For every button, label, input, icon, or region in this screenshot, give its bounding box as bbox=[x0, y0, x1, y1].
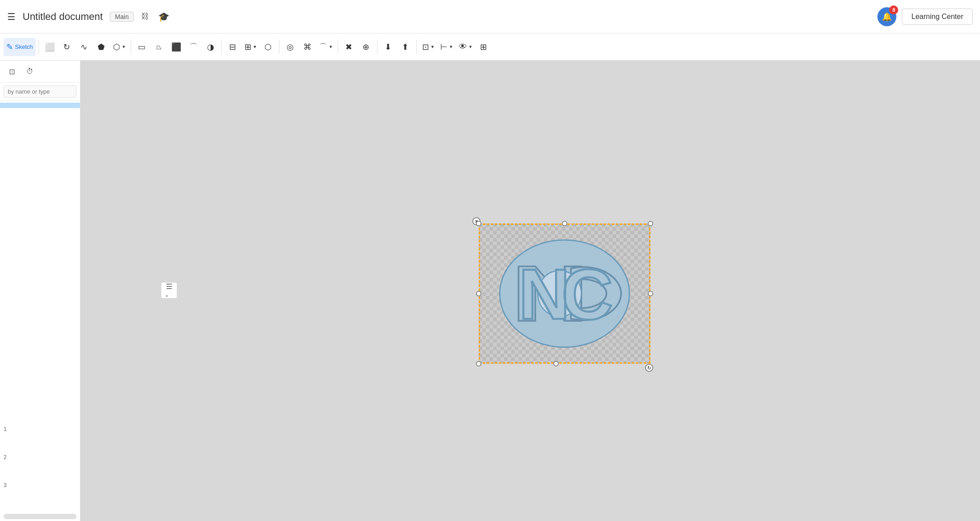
separator-1 bbox=[38, 40, 39, 54]
panel-select-btn[interactable]: ⊡ bbox=[4, 64, 20, 79]
frame-icon: ⬜ bbox=[45, 42, 55, 52]
num-label-2: 2 bbox=[4, 454, 76, 460]
tool-rotate[interactable]: ↻ bbox=[59, 38, 75, 56]
tool-export[interactable]: ⬆ bbox=[397, 38, 414, 56]
export-icon: ⬆ bbox=[402, 42, 409, 52]
number-labels: 1 2 3 bbox=[0, 424, 80, 512]
tool-unfold[interactable]: ⬡ bbox=[260, 38, 276, 56]
polygon-icon: ⬟ bbox=[98, 42, 105, 52]
tool-frame[interactable]: ⬜ bbox=[42, 38, 58, 56]
search-input[interactable] bbox=[4, 85, 76, 98]
tool-pattern[interactable]: ⊞▾ bbox=[242, 38, 259, 56]
tool-shape-drop[interactable]: ⬡▾ bbox=[110, 38, 128, 56]
rotate-icon: ↻ bbox=[63, 42, 70, 52]
delete-face-icon: ✖ bbox=[345, 42, 352, 52]
dimension-icon: ⊢ bbox=[440, 42, 448, 52]
sketch-icon: ✎ bbox=[6, 42, 13, 52]
panel-clock-btn[interactable]: ⏱ bbox=[22, 64, 38, 79]
tool-spline[interactable]: ∿ bbox=[76, 38, 92, 56]
panel-item-2[interactable] bbox=[0, 114, 80, 119]
separator-2 bbox=[131, 40, 131, 54]
notification-bell[interactable]: 🔔 8 bbox=[877, 7, 896, 26]
separator-4 bbox=[279, 40, 279, 54]
main-layout: ⊡ ⏱ 1 2 3 ☰≡ bbox=[0, 61, 980, 521]
tool-extrude[interactable]: ⬛ bbox=[168, 38, 184, 56]
separator-3 bbox=[221, 40, 222, 54]
search-input-wrap bbox=[0, 83, 80, 101]
canvas-area[interactable]: ☰≡ NC bbox=[80, 61, 980, 521]
spline-icon: ∿ bbox=[80, 42, 87, 52]
boolean-icon: ◎ bbox=[287, 42, 294, 52]
panel-toolbar: ⊡ ⏱ bbox=[0, 61, 80, 83]
tool-import[interactable]: ⬇ bbox=[380, 38, 396, 56]
learning-center-button[interactable]: Learning Center bbox=[902, 9, 973, 25]
tool-sweep[interactable]: ⌒ bbox=[185, 38, 202, 56]
mirror-icon: ⊟ bbox=[229, 42, 236, 52]
outline-panel-icon[interactable]: ☰≡ bbox=[161, 282, 177, 298]
tool-sketch[interactable]: ✎ Sketch bbox=[4, 38, 36, 56]
import-icon: ⬇ bbox=[385, 42, 391, 52]
selected-element[interactable]: NC ✕ ⋯ ↻ bbox=[479, 223, 650, 364]
section-icon: ⊡ bbox=[422, 42, 429, 52]
separator-7 bbox=[416, 40, 417, 54]
handle-bottom-left[interactable] bbox=[476, 361, 481, 366]
left-panel-scrollbar[interactable] bbox=[4, 514, 76, 519]
num-label-1: 1 bbox=[4, 426, 76, 432]
grad-icon: 🎓 bbox=[158, 11, 170, 22]
num-label-3: 3 bbox=[4, 482, 76, 488]
view-icon: 👁 bbox=[459, 42, 467, 52]
panel-item-1[interactable] bbox=[0, 108, 80, 114]
fillet-icon: ⌒ bbox=[319, 42, 327, 52]
handle-bottom-mid[interactable] bbox=[553, 361, 559, 366]
dimension-dropdown-arrow: ▾ bbox=[450, 44, 452, 50]
left-panel: ⊡ ⏱ 1 2 3 bbox=[0, 61, 80, 521]
toolbar: ✎ Sketch ⬜ ↻ ∿ ⬟ ⬡▾ ▭ ⏢ ⬛ ⌒ ◑ ⊟ ⊞▾ ⬡ ◎ ⌘… bbox=[0, 33, 980, 61]
tool-mirror[interactable]: ⊟ bbox=[225, 38, 241, 56]
panel-items bbox=[0, 101, 80, 424]
panel-item-selected[interactable] bbox=[0, 103, 80, 108]
tool-boolean[interactable]: ◎ bbox=[282, 38, 298, 56]
tool-view[interactable]: 👁▾ bbox=[456, 38, 475, 56]
document-title: Untitled document bbox=[23, 11, 103, 23]
fit-icon: ⊞ bbox=[480, 42, 487, 52]
nc-logo-container: NC bbox=[479, 223, 650, 364]
panel-item-3[interactable] bbox=[0, 119, 80, 124]
extrude-icon: ⬛ bbox=[171, 42, 181, 52]
revolve-icon: ◑ bbox=[207, 42, 214, 52]
handle-mid-right[interactable] bbox=[648, 291, 653, 296]
tool-fit[interactable]: ⊞ bbox=[476, 38, 492, 56]
point-icon: ⊕ bbox=[363, 42, 369, 52]
link-icon[interactable]: ⛓ bbox=[141, 12, 149, 21]
shape-drop-icon: ⬡ bbox=[113, 42, 120, 52]
tool-shell[interactable]: ⌘ bbox=[299, 38, 316, 56]
branch-label[interactable]: Main bbox=[110, 12, 133, 22]
tool-point[interactable]: ⊕ bbox=[358, 38, 374, 56]
unfold-icon: ⬡ bbox=[264, 42, 272, 52]
notification-badge: 8 bbox=[889, 5, 898, 14]
fillet-dropdown-arrow: ▾ bbox=[330, 44, 332, 50]
outline-icon: ☰≡ bbox=[166, 282, 172, 299]
sketch-label: Sketch bbox=[15, 43, 33, 50]
tool-revolve[interactable]: ◑ bbox=[203, 38, 219, 56]
handle-mid-left[interactable] bbox=[476, 291, 481, 296]
section-dropdown-arrow: ▾ bbox=[431, 44, 434, 50]
tool-polygon[interactable]: ⬟ bbox=[93, 38, 109, 56]
handle-top-right[interactable]: ⋯ bbox=[648, 221, 653, 226]
rect-icon: ▭ bbox=[138, 42, 146, 52]
tool-fillet[interactable]: ⌒▾ bbox=[316, 38, 335, 56]
handle-top-left[interactable] bbox=[476, 221, 481, 226]
tool-dimension[interactable]: ⊢▾ bbox=[438, 38, 455, 56]
trapezoid-icon: ⏢ bbox=[156, 42, 161, 52]
handle-top-mid[interactable] bbox=[562, 221, 567, 226]
menu-icon[interactable]: ☰ bbox=[7, 11, 15, 22]
pattern-dropdown-arrow: ▾ bbox=[254, 44, 256, 50]
tool-trapezoid[interactable]: ⏢ bbox=[151, 38, 167, 56]
titlebar: ☰ Untitled document Main ⛓ 🎓 🔔 8 Learnin… bbox=[0, 0, 980, 33]
shape-dropdown-arrow: ▾ bbox=[122, 44, 125, 50]
svg-text:NC: NC bbox=[518, 255, 611, 334]
tool-delete-face[interactable]: ✖ bbox=[341, 38, 357, 56]
tool-rect[interactable]: ▭ bbox=[134, 38, 150, 56]
separator-6 bbox=[377, 40, 377, 54]
tool-section[interactable]: ⊡▾ bbox=[419, 38, 437, 56]
rotate-handle[interactable]: ↻ bbox=[645, 364, 653, 372]
